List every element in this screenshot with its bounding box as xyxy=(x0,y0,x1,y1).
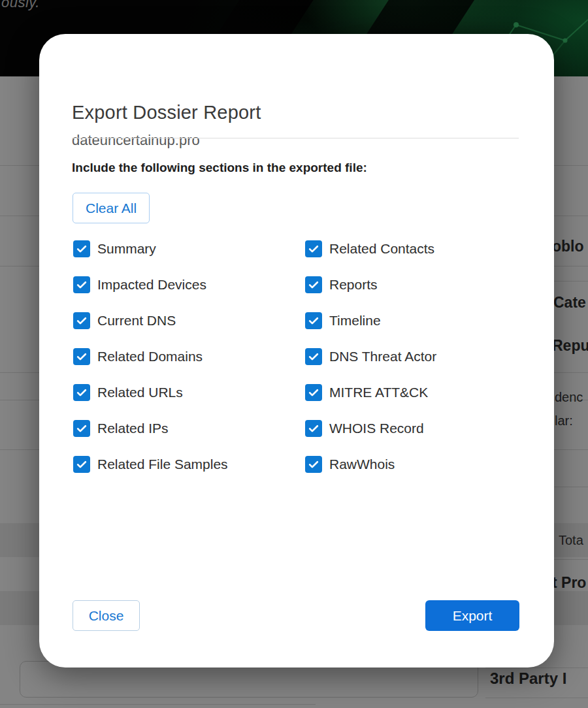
checkmark-icon xyxy=(307,242,320,255)
checkmark-icon xyxy=(307,314,320,327)
checkbox-label[interactable]: RawWhois xyxy=(329,457,395,472)
checkbox-item-dns-threat-actor[interactable]: DNS Threat Actor xyxy=(305,348,537,365)
checkbox-item-reports[interactable]: Reports xyxy=(305,276,537,293)
clear-all-label: Clear All xyxy=(86,201,137,216)
checkbox-item-related-urls[interactable]: Related URLs xyxy=(73,384,305,401)
checked-checkbox[interactable] xyxy=(73,312,90,329)
checkbox-label[interactable]: Related File Samples xyxy=(97,457,228,472)
checkmark-icon xyxy=(307,386,320,399)
checkbox-item-related-file-samples[interactable]: Related File Samples xyxy=(73,456,305,473)
checkbox-label[interactable]: Related IPs xyxy=(97,421,169,436)
checked-checkbox[interactable] xyxy=(305,420,322,437)
export-button[interactable]: Export xyxy=(425,600,519,631)
checkbox-label[interactable]: Reports xyxy=(329,277,378,293)
checkmark-icon xyxy=(75,278,88,291)
checkmark-icon xyxy=(307,422,320,435)
export-dossier-modal: Export Dossier Report dateuncertainup.pr… xyxy=(39,34,554,668)
checked-checkbox[interactable] xyxy=(305,312,322,329)
checkbox-item-whois-record[interactable]: WHOIS Record xyxy=(305,420,537,437)
checked-checkbox[interactable] xyxy=(73,276,90,293)
checkbox-item-summary[interactable]: Summary xyxy=(73,240,305,257)
checkbox-label[interactable]: Related Domains xyxy=(97,349,203,364)
checkmark-icon xyxy=(75,314,88,327)
divider xyxy=(72,138,519,138)
checkmark-icon xyxy=(75,242,88,255)
checkmark-icon xyxy=(75,386,88,399)
checkmark-icon xyxy=(75,422,88,435)
checkbox-item-timeline[interactable]: Timeline xyxy=(305,312,537,329)
checked-checkbox[interactable] xyxy=(305,384,322,401)
checked-checkbox[interactable] xyxy=(73,240,90,257)
checkbox-label[interactable]: WHOIS Record xyxy=(329,421,424,436)
checkbox-item-related-domains[interactable]: Related Domains xyxy=(73,348,305,365)
close-button[interactable]: Close xyxy=(73,600,140,631)
checked-checkbox[interactable] xyxy=(73,456,90,473)
checkbox-label[interactable]: MITRE ATT&CK xyxy=(329,385,428,400)
checkbox-item-rawwhois[interactable]: RawWhois xyxy=(305,456,537,473)
checkmark-icon xyxy=(75,350,88,363)
checkbox-label[interactable]: Current DNS xyxy=(97,313,176,329)
checkmark-icon xyxy=(307,458,320,471)
checkmark-icon xyxy=(307,350,320,363)
modal-content: Export Dossier Report dateuncertainup.pr… xyxy=(39,34,554,668)
checked-checkbox[interactable] xyxy=(305,276,322,293)
checkbox-label[interactable]: Related Contacts xyxy=(329,241,434,257)
checkbox-label[interactable]: Related URLs xyxy=(97,385,183,400)
domain-name: dateuncertainup.pro xyxy=(72,132,200,149)
clear-all-button[interactable]: Clear All xyxy=(73,193,150,223)
section-heading: Include the following sections in the ex… xyxy=(72,161,367,175)
sections-column-left: Summary Impacted Devices Current DNS Rel… xyxy=(73,240,305,473)
checkbox-label[interactable]: DNS Threat Actor xyxy=(329,349,436,364)
checked-checkbox[interactable] xyxy=(73,348,90,365)
checkbox-item-related-contacts[interactable]: Related Contacts xyxy=(305,240,537,257)
modal-title: Export Dossier Report xyxy=(72,102,261,123)
checkbox-label[interactable]: Timeline xyxy=(329,313,381,329)
checkmark-icon xyxy=(75,458,88,471)
checkmark-icon xyxy=(307,278,320,291)
checkbox-item-mitre-attack[interactable]: MITRE ATT&CK xyxy=(305,384,537,401)
sections-column-right: Related Contacts Reports Timeline DNS Th… xyxy=(305,240,537,473)
checkbox-item-current-dns[interactable]: Current DNS xyxy=(73,312,305,329)
checkbox-label[interactable]: Impacted Devices xyxy=(97,277,206,293)
checked-checkbox[interactable] xyxy=(73,420,90,437)
checked-checkbox[interactable] xyxy=(305,240,322,257)
checked-checkbox[interactable] xyxy=(73,384,90,401)
checkbox-item-impacted-devices[interactable]: Impacted Devices xyxy=(73,276,305,293)
checked-checkbox[interactable] xyxy=(305,348,322,365)
checked-checkbox[interactable] xyxy=(305,456,322,473)
checkbox-item-related-ips[interactable]: Related IPs xyxy=(73,420,305,437)
sections-checkbox-grid: Summary Impacted Devices Current DNS Rel… xyxy=(73,240,537,473)
checkbox-label[interactable]: Summary xyxy=(97,241,156,257)
